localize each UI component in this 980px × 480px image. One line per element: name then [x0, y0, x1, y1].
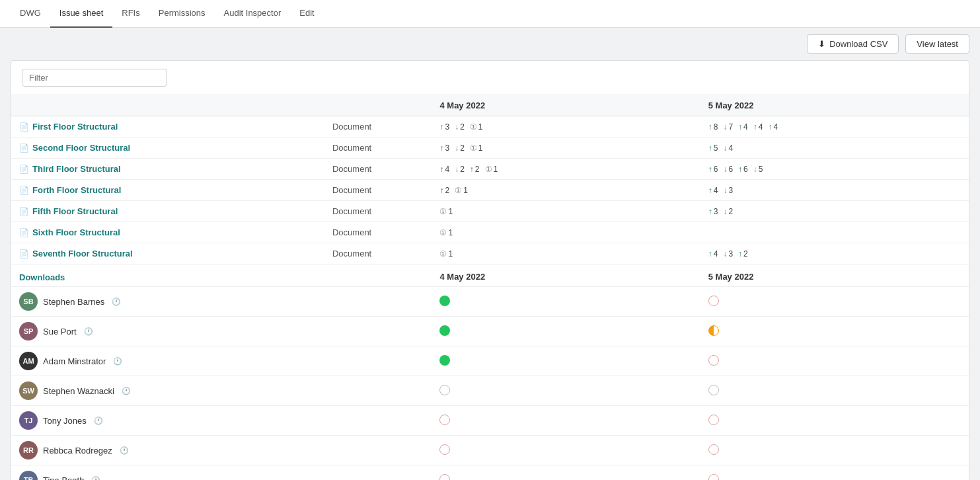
user-row: TJ Tony Jones 🕐	[11, 406, 969, 436]
tab-issue-sheet[interactable]: Issue sheet	[50, 0, 113, 28]
doc-type-cell: Document	[324, 116, 432, 138]
stat-item: ↑4	[753, 122, 763, 132]
user-status2-cell	[700, 317, 969, 346]
avatar: SP	[19, 322, 38, 340]
doc-name-cell: 📄 Second Floor Structural	[11, 138, 324, 159]
col-header-name	[11, 95, 324, 116]
user-name-cell: AM Adam Minstrator 🕐	[11, 346, 432, 376]
status-dot-empty	[708, 415, 719, 425]
doc-name-cell: 📄 Sixth Floor Structural	[11, 222, 324, 243]
filter-row	[11, 61, 969, 95]
status-dot-empty	[708, 296, 719, 306]
user-name-cell: SB Stephen Barnes 🕐	[11, 287, 432, 317]
stat-item: ↑4	[708, 249, 718, 259]
tab-edit[interactable]: Edit	[290, 0, 323, 28]
stat-item: ①1	[439, 207, 453, 216]
doc-type-cell: Document	[324, 180, 432, 201]
stat-item: ↓2	[455, 143, 465, 153]
stat-item: ↑6	[738, 165, 748, 174]
issue-table: 4 May 2022 5 May 2022 📄 First Floor Stru…	[11, 95, 969, 480]
user-status1-cell	[432, 465, 700, 481]
doc-stats2-cell: ↑6↓6↑6↓5	[700, 159, 969, 180]
stat-item: ①1	[439, 228, 453, 237]
stat-item: ↑2	[470, 165, 480, 174]
user-name: Sue Port	[43, 327, 77, 337]
user-name-cell: TB Tina Booth 🕐	[11, 465, 432, 481]
doc-type-cell: Document	[324, 243, 432, 264]
doc-stats2-cell: ↑3↓2	[700, 201, 969, 222]
downloads-label: Downloads	[11, 264, 324, 287]
user-status2-cell	[700, 465, 969, 481]
user-name: Stephen Waznacki	[43, 386, 114, 396]
doc-stats2-cell: ↑4↓3↑2	[700, 243, 969, 264]
status-dot-empty	[439, 385, 450, 395]
stat-item: ↑2	[738, 249, 748, 259]
col-header-type	[324, 95, 432, 116]
filter-input[interactable]	[22, 69, 167, 87]
status-dot-empty	[439, 474, 450, 481]
avatar: AM	[19, 352, 38, 370]
user-row: AM Adam Minstrator 🕐	[11, 346, 969, 376]
doc-name-link[interactable]: 📄 Forth Floor Structural	[19, 185, 317, 195]
status-dot-empty	[708, 444, 719, 455]
stat-item: ↑5	[708, 143, 718, 153]
user-status2-cell	[700, 406, 969, 436]
stat-item: ↑4	[738, 122, 748, 132]
stat-item: ↑4	[708, 186, 718, 195]
doc-name-link[interactable]: 📄 Second Floor Structural	[19, 143, 317, 153]
pdf-icon: 📄	[19, 165, 29, 174]
user-row: SB Stephen Barnes 🕐	[11, 287, 969, 317]
doc-type-cell: Document	[324, 159, 432, 180]
doc-name-link[interactable]: 📄 Fifth Floor Structural	[19, 206, 317, 216]
user-status1-cell	[432, 317, 700, 346]
pdf-icon: 📄	[19, 143, 29, 153]
stat-item: ①1	[485, 165, 498, 174]
table-row: 📄 First Floor Structural Document ↑3↓2①1…	[11, 116, 969, 138]
view-latest-button[interactable]: View latest	[905, 34, 969, 54]
avatar: SB	[19, 292, 38, 311]
doc-name-link[interactable]: 📄 Sixth Floor Structural	[19, 227, 317, 237]
user-status2-cell	[700, 287, 969, 317]
tab-permissions[interactable]: Permissions	[149, 0, 215, 28]
col-header-date1: 4 May 2022	[432, 95, 700, 116]
table-row: 📄 Third Floor Structural Document ↑4↓2↑2…	[11, 159, 969, 180]
user-row: RR Rebbca Rodregez 🕐	[11, 436, 969, 465]
tab-rfis[interactable]: RFIs	[112, 0, 149, 28]
doc-stats1-cell: ↑3↓2①1	[432, 116, 700, 138]
status-dot-green	[439, 296, 450, 306]
downloads-date2: 5 May 2022	[700, 264, 969, 287]
table-row: 📄 Seventh Floor Structural Document ①1 ↑…	[11, 243, 969, 264]
doc-name-cell: 📄 Forth Floor Structural	[11, 180, 324, 201]
download-csv-button[interactable]: ⬇ Download CSV	[807, 34, 899, 54]
user-name: Adam Minstrator	[43, 356, 106, 366]
stat-item: ↑3	[708, 207, 718, 216]
tab-dwg[interactable]: DWG	[11, 0, 50, 28]
stat-item: ↑3	[439, 143, 449, 153]
user-name-cell: SW Stephen Waznacki 🕐	[11, 376, 432, 406]
doc-type-cell: Document	[324, 201, 432, 222]
user-status2-cell	[700, 436, 969, 465]
clock-icon: 🕐	[91, 476, 100, 481]
doc-name-link[interactable]: 📄 First Floor Structural	[19, 122, 317, 132]
doc-name-link[interactable]: 📄 Third Floor Structural	[19, 164, 317, 174]
pdf-icon: 📄	[19, 249, 29, 259]
tab-audit-inspector[interactable]: Audit Inspector	[215, 0, 291, 28]
doc-stats1-cell: ↑3↓2①1	[432, 138, 700, 159]
stat-item: ↑8	[708, 122, 718, 132]
status-dot-empty	[439, 444, 450, 455]
stat-item: ↓2	[455, 122, 465, 132]
stat-item: ↑3	[439, 122, 449, 132]
doc-name-link[interactable]: 📄 Seventh Floor Structural	[19, 249, 317, 259]
doc-stats1-cell: ①1	[432, 222, 700, 243]
table-row: 📄 Fifth Floor Structural Document ①1 ↑3↓…	[11, 201, 969, 222]
avatar: TJ	[19, 411, 38, 430]
status-dot-empty	[439, 415, 450, 425]
doc-stats2-cell	[700, 222, 969, 243]
status-dot-green	[439, 355, 450, 366]
doc-name-cell: 📄 Fifth Floor Structural	[11, 201, 324, 222]
table-row: 📄 Sixth Floor Structural Document ①1	[11, 222, 969, 243]
clock-icon: 🕐	[94, 417, 103, 425]
stat-item: ①1	[470, 143, 483, 153]
clock-icon: 🕐	[120, 446, 129, 455]
toolbar: ⬇ Download CSV View latest	[0, 28, 980, 60]
